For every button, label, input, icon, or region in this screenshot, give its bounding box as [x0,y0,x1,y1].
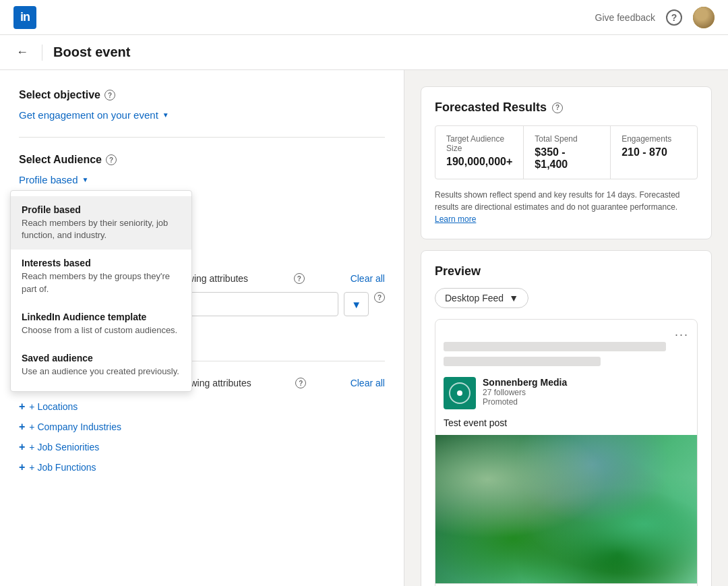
dropdown-item-desc-1: Reach members by their seniority, job fu… [22,217,181,241]
ad-post-text: Test event post [435,417,697,435]
exclude-info-icon[interactable]: ? [295,378,306,388]
metric-total-spend: Total Spend $350 - $1,400 [524,126,611,179]
metric-engagements-value: 210 - 870 [621,146,686,158]
ad-company-row: Sonnenberg Media 27 followers Promoted [435,372,697,417]
objective-info-icon[interactable]: ? [104,90,115,100]
left-panel: Select objective ? Get engagement on you… [0,70,404,586]
dropdown-item-title-2: Interests based [22,258,181,268]
ad-placeholder-long [444,342,666,351]
add-industries-label: + Company Industries [29,421,121,432]
feed-selector-arrow: ▼ [509,293,518,303]
learn-more-link[interactable]: Learn more [435,214,476,224]
dropdown-item-desc-2: Reach members by the groups they're part… [22,270,181,295]
linkedin-logo[interactable]: in [13,6,36,29]
dropdown-item-desc-3: Choose from a list of custom audiences. [22,324,181,336]
forecast-disclaimer: Results shown reflect spend and key resu… [435,189,698,225]
sub-header: ← Boost event [0,35,728,70]
company-logo-dot [457,390,462,396]
feed-selector-button[interactable]: Desktop Feed ▼ [435,288,528,308]
ad-event-bar: Fri, Jul 15, 10:00 AM - 11:00 AM EDT Tes… [435,583,697,586]
avatar-image [693,7,715,28]
right-panel: Forecasted Results ? Target Audience Siz… [404,70,728,586]
forecast-metrics: Target Audience Size 190,000,000+ Total … [435,125,698,179]
add-functions-label: + Job Functions [29,462,96,473]
add-industries-icon: + [19,421,25,433]
forecasted-results-card: Forecasted Results ? Target Audience Siz… [421,86,712,239]
nav-right: Give feedback ? [595,7,715,28]
add-job-seniorities-button[interactable]: + + Job Seniorities [19,437,99,457]
main-layout: Select objective ? Get engagement on you… [0,70,728,586]
add-locations-icon: + [19,401,25,413]
ad-preview: ··· Sonnenberg Media 27 followers Promot… [435,319,698,586]
header-divider [42,45,42,61]
metric-engagements-label: Engagements [621,134,686,144]
user-avatar[interactable] [693,7,715,28]
dropdown-item-profile-based[interactable]: Profile based Reach members by their sen… [11,196,191,250]
add-locations-button[interactable]: + + Locations [19,397,78,417]
metric-spend-label: Total Spend [535,134,599,144]
company-followers: 27 followers [483,388,567,397]
include-clear-all-button[interactable]: Clear all [351,273,385,284]
select-audience-label: Select Audience [19,154,102,166]
feed-selector-label: Desktop Feed [445,293,504,303]
back-button[interactable]: ← [13,42,31,62]
company-logo [444,377,476,409]
dropdown-item-title-4: Saved audience [22,353,181,363]
metric-audience-label: Target Audience Size [446,134,512,153]
dropdown-item-interests-based[interactable]: Interests based Reach members by the gro… [11,250,191,303]
add-job-functions-button[interactable]: + + Job Functions [19,457,96,477]
forecast-title: Forecasted Results ? [435,100,698,115]
dropdown-item-title-1: Profile based [22,204,181,215]
objective-value: Get engagement on your event [19,109,158,121]
audience-dropdown-menu: Profile based Reach members by their sen… [10,190,192,392]
metric-spend-value: $350 - $1,400 [535,146,599,171]
dropdown-item-saved-audience[interactable]: Saved audience Use an audience you creat… [11,345,191,386]
audience-info-icon[interactable]: ? [106,154,117,165]
top-navigation: in Give feedback ? [0,0,728,35]
select-audience-section: Select Audience ? [19,154,385,166]
include-info-icon[interactable]: ? [294,273,305,284]
ad-placeholder-short [444,357,601,366]
ad-event-image [435,435,697,583]
give-feedback-button[interactable]: Give feedback [595,12,656,23]
add-seniorities-label: + Job Seniorities [29,442,99,452]
company-name: Sonnenberg Media [483,377,567,388]
include-selector-info[interactable]: ? [374,292,385,303]
metric-audience-value: 190,000,000+ [446,156,512,168]
select-objective-section: Select objective ? [19,89,385,101]
preview-title: Preview [435,264,698,279]
exclude-clear-all-button[interactable]: Clear all [351,378,385,388]
dropdown-item-title-3: LinkedIn Audience template [22,312,181,322]
audience-dropdown-arrow: ▼ [82,176,89,183]
add-company-industries-button[interactable]: + + Company Industries [19,417,121,437]
dropdown-item-desc-4: Use an audience you created previously. [22,365,181,378]
nav-left: in [13,6,36,29]
select-objective-label: Select objective [19,89,100,101]
add-functions-icon: + [19,461,25,473]
objective-dropdown-arrow: ▼ [162,111,169,119]
company-promoted: Promoted [483,397,567,407]
ad-header: ··· [435,320,697,342]
help-icon[interactable]: ? [666,9,682,26]
company-info: Sonnenberg Media 27 followers Promoted [483,377,567,407]
company-logo-inner [449,382,471,404]
objective-dropdown[interactable]: Get engagement on your event ▼ [19,109,169,121]
metric-engagements: Engagements 210 - 870 [611,126,697,179]
forecast-info-icon[interactable]: ? [552,102,563,113]
preview-card: Preview Desktop Feed ▼ ··· [421,250,712,586]
dropdown-item-linkedin-template[interactable]: LinkedIn Audience template Choose from a… [11,303,191,345]
audience-dropdown-value: Profile based [19,174,78,185]
page-title: Boost event [53,45,130,60]
audience-dropdown[interactable]: Profile based ▼ [19,174,88,185]
include-selector-dropdown[interactable]: ▼ [344,292,369,316]
metric-audience-size: Target Audience Size 190,000,000+ [435,126,524,179]
add-seniorities-icon: + [19,441,25,453]
exclude-section: Exclude people who have any of the follo… [19,378,385,477]
section-divider-1 [19,137,385,138]
add-locations-label: + Locations [29,401,78,412]
ad-options-icon[interactable]: ··· [675,328,689,342]
succulent-background [435,435,697,583]
